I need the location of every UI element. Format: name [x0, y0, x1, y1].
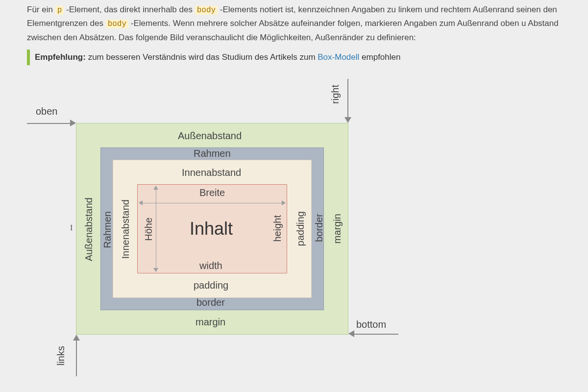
arrow-label-bottom: bottom — [356, 319, 386, 330]
article-body: Für ein p -Element, das direkt innerhalb… — [0, 3, 588, 378]
arrow-bottom-line — [354, 334, 398, 335]
label-border-en-right: border — [314, 214, 325, 242]
text: -Element, das direkt innerhalb des — [66, 5, 195, 14]
code-body-2: body — [106, 20, 128, 28]
note-label: Empfehlung: — [35, 52, 86, 62]
label-height-de: Höhe — [143, 218, 154, 241]
dim-height-head-u — [153, 186, 158, 190]
arrow-label-right: right — [330, 85, 341, 104]
dim-width-head-r — [282, 200, 286, 205]
label-padding-en-right: padding — [295, 211, 306, 246]
label-border-de-left: Rahmen — [102, 211, 113, 248]
label-border-de-top: Rahmen — [194, 148, 231, 159]
arrow-top-line — [27, 123, 71, 124]
label-margin-en-bottom: margin — [196, 317, 225, 328]
label-margin-de-left: Außenabstand — [83, 197, 95, 261]
label-margin-en-right: margin — [332, 214, 343, 244]
label-width-en: width — [199, 260, 222, 271]
intro-paragraph: Für ein p -Element, das direkt innerhalb… — [27, 3, 588, 45]
box-model-link[interactable]: Box-Modell — [318, 52, 359, 62]
label-margin-de-top: Außenabstand — [178, 130, 242, 142]
arrow-left-line — [76, 340, 77, 376]
label-padding-en-bottom: padding — [194, 280, 228, 291]
arrow-right-line — [347, 79, 348, 118]
arrow-label-left: links — [55, 346, 67, 366]
dim-height-line — [156, 189, 156, 269]
box-model-diagram: I oben right bottom links Außenabstand R… — [27, 74, 399, 378]
label-content: Inhalt — [190, 219, 233, 239]
label-padding-de-left: Innenabstand — [120, 199, 131, 259]
label-height-en: height — [272, 215, 283, 242]
note-text: zum besseren Verständnis wird das Studiu… — [88, 52, 318, 62]
dim-width-head-l — [139, 200, 143, 205]
dim-width-line — [142, 203, 282, 203]
note-text: empfohlen — [362, 52, 400, 62]
text-cursor-icon: I — [70, 223, 73, 232]
code-body-1: body — [195, 6, 218, 15]
recommendation-note: Empfehlung: zum besseren Verständnis wir… — [27, 49, 588, 65]
label-padding-de-top: Innenabstand — [182, 167, 241, 178]
label-width-de: Breite — [199, 187, 225, 198]
arrow-label-top: oben — [36, 106, 58, 117]
dim-height-head-d — [153, 268, 158, 272]
label-border-en-bottom: border — [196, 297, 225, 308]
text: Für ein — [27, 5, 55, 14]
code-p: p — [55, 6, 64, 15]
